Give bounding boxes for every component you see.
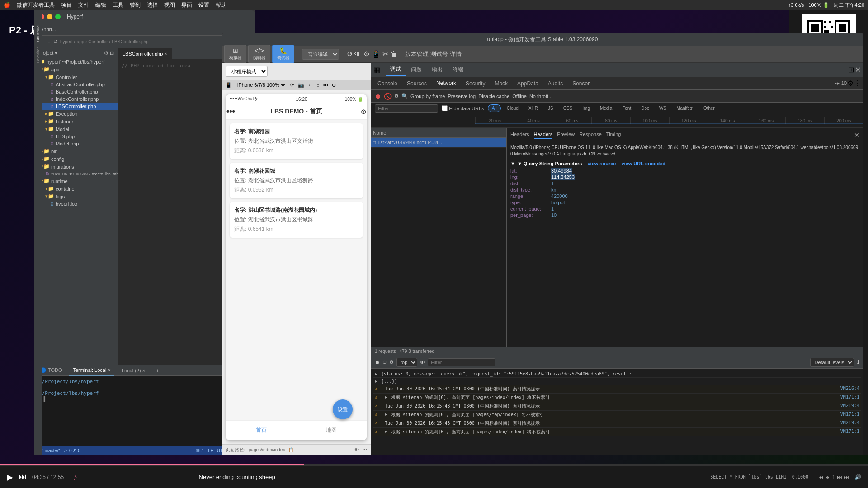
tree-app[interactable]: ▾📁app xyxy=(34,66,118,73)
menu-tools[interactable]: 工具 xyxy=(113,1,123,9)
console-top-select[interactable]: top xyxy=(396,358,417,367)
collapse-icon4[interactable]: ▶ xyxy=(385,412,387,417)
tree-controller[interactable]: ▾📁Controller xyxy=(34,73,118,81)
tree-runtime[interactable]: ▾📁runtime xyxy=(34,177,118,185)
filter-manifest[interactable]: Manifest xyxy=(672,104,698,112)
record-button[interactable]: ⏺ xyxy=(375,93,381,100)
panel-select-icon[interactable]: ▦ xyxy=(373,66,380,74)
eye-icon[interactable]: 👁 xyxy=(354,447,359,452)
more-icon[interactable]: ••• xyxy=(362,447,367,452)
console-tab[interactable]: Console xyxy=(373,77,402,90)
simulator-button[interactable]: ⊞ 模拟器 xyxy=(224,45,246,63)
network-tab[interactable]: Network xyxy=(432,77,461,90)
tree-lbs-php[interactable]: 🗎LBS.php xyxy=(34,133,118,140)
filter-ws[interactable]: WS xyxy=(655,104,670,112)
filter-js[interactable]: JS xyxy=(544,104,557,112)
terminal-local2-tab[interactable]: Local (2) × xyxy=(118,365,149,376)
tree-abstract[interactable]: 🗎AbstractController.php xyxy=(34,81,118,88)
editor-button[interactable]: </> 编辑器 xyxy=(248,45,270,63)
debug-tab-output[interactable]: 输出 xyxy=(427,64,447,76)
security-tab[interactable]: Security xyxy=(461,77,490,90)
menu-select[interactable]: 选择 xyxy=(147,1,158,9)
debugger-button[interactable]: 🐛 调试器 xyxy=(272,45,294,63)
tree-exception[interactable]: ▸📁Exception xyxy=(34,110,118,117)
fab-settings[interactable]: 设置 xyxy=(333,399,353,419)
clear-icon[interactable]: 🗑 xyxy=(390,50,397,58)
filter-icon[interactable]: ⚙ xyxy=(394,93,399,99)
tree-logs[interactable]: ▾📁logs xyxy=(34,192,118,200)
device-select[interactable]: iPhone 6/7/8 100% xyxy=(236,82,287,88)
tree-base[interactable]: 🗎BaseController.php xyxy=(34,88,118,95)
menu-edit[interactable]: 编辑 xyxy=(95,1,106,9)
console-filter-input[interactable] xyxy=(428,358,495,366)
settings-icon[interactable]: ⚙ ⊞ xyxy=(104,50,114,56)
add-terminal-button[interactable]: + xyxy=(152,365,162,376)
tree-model[interactable]: ▾📁Model xyxy=(34,125,118,133)
next-button[interactable]: ⏭ xyxy=(19,472,27,482)
section-collapse-icon[interactable]: ▼ xyxy=(510,161,515,166)
apple-logo[interactable]: 🍎 xyxy=(4,2,10,8)
menu-wechat[interactable]: 微信开发者工具 xyxy=(17,1,55,9)
view-url-encoded-link[interactable]: view URL encoded xyxy=(621,161,665,166)
debug-tab-issues[interactable]: 问题 xyxy=(406,64,426,76)
throttle-label[interactable]: No thrott... xyxy=(529,94,552,99)
fullscreen-icon[interactable]: ⊙ xyxy=(332,82,336,88)
filter-font[interactable]: Font xyxy=(618,104,635,112)
tree-listener[interactable]: ▸📁Listener xyxy=(34,117,118,125)
preview-tab[interactable]: Headers xyxy=(534,131,553,139)
filter-media[interactable]: Media xyxy=(596,104,616,112)
collapse-icon3[interactable]: ▶ xyxy=(385,394,387,399)
expand-panel-icon[interactable]: ⊞ xyxy=(848,66,854,74)
debug-tab-debug[interactable]: 调试 xyxy=(386,64,406,76)
refresh-icon[interactable]: ↺ xyxy=(347,50,353,58)
menu-settings[interactable]: 设置 xyxy=(198,1,209,9)
menu-goto[interactable]: 转到 xyxy=(130,1,141,9)
offline-label[interactable]: Offline xyxy=(512,94,527,99)
close-panel-icon[interactable]: ✕ xyxy=(855,66,861,74)
favorites-label[interactable]: Favorites xyxy=(36,47,40,63)
tree-index-ctrl[interactable]: 🗎IndexController.php xyxy=(34,95,118,103)
timing2-tab[interactable]: Timing xyxy=(606,131,621,139)
hide-data-urls-label[interactable]: Hide data URLs xyxy=(442,105,484,111)
menu-interface[interactable]: 界面 xyxy=(181,1,192,9)
miniapp-mode-select[interactable]: 小程序模式 xyxy=(226,66,268,77)
search-icon[interactable]: 🔍 xyxy=(401,93,408,99)
hide-data-urls-checkbox[interactable] xyxy=(442,105,448,111)
network-request-row[interactable]: □ list?lat=30.49984&lng=114.34... xyxy=(371,138,506,148)
cut-board-icon[interactable]: ✂ xyxy=(382,50,388,58)
console-eye-icon[interactable]: 👁 xyxy=(420,360,425,365)
filter-all[interactable]: All xyxy=(488,104,501,112)
debug-tab-terminal[interactable]: 终端 xyxy=(448,64,468,76)
preview-icon[interactable]: 👁 xyxy=(354,50,362,58)
more-options-icon[interactable]: ⋮ xyxy=(854,79,861,88)
tree-hyperf-log[interactable]: 🗎hyperf.log xyxy=(34,200,118,207)
tree-bin[interactable]: ▸📁bin xyxy=(34,147,118,155)
filter-input[interactable] xyxy=(375,104,438,113)
tree-hyperf-root[interactable]: ▾📁hyperf ~/Project/lbs/hyperf xyxy=(34,58,118,66)
nav-refresh[interactable]: ↺ xyxy=(53,39,57,45)
view-source-link[interactable]: view source xyxy=(587,161,616,166)
console-clear-icon[interactable]: ⊝ xyxy=(382,359,387,365)
tree-config[interactable]: ▸📁config xyxy=(34,155,118,163)
sensor-tab[interactable]: Sensor xyxy=(568,77,594,90)
console-record-icon[interactable]: ⏺ xyxy=(375,360,380,365)
headers-tab[interactable]: Headers xyxy=(510,131,529,139)
filter-xhr[interactable]: XHR xyxy=(524,104,542,112)
menu-help[interactable]: 帮助 xyxy=(216,1,226,9)
minimize-button[interactable] xyxy=(47,14,52,19)
sources-tab[interactable]: Sources xyxy=(402,77,431,90)
clear-button[interactable]: 🚫 xyxy=(384,93,392,100)
preserve-log-label[interactable]: Preserve log xyxy=(448,94,476,99)
player-volume[interactable]: 🔊 xyxy=(854,474,861,480)
filter-img[interactable]: Img xyxy=(578,104,594,112)
filter-css[interactable]: CSS xyxy=(559,104,577,112)
play-button[interactable]: ▶ xyxy=(7,472,13,482)
phone-tab-map[interactable]: 地图 xyxy=(297,425,367,436)
console-filter-icon[interactable]: ⚙ xyxy=(389,359,394,365)
tree-migration-file[interactable]: 🗎2020_06_19_065955_create_lbs_table.php xyxy=(34,170,118,177)
menu-project[interactable]: 项目 xyxy=(61,1,72,9)
structure-label[interactable]: Structure xyxy=(36,25,40,42)
appdata-tab[interactable]: AppData xyxy=(513,77,543,90)
screenshot-icon[interactable]: 📷 xyxy=(298,82,304,88)
tree-container[interactable]: ▾📁container xyxy=(34,185,118,192)
